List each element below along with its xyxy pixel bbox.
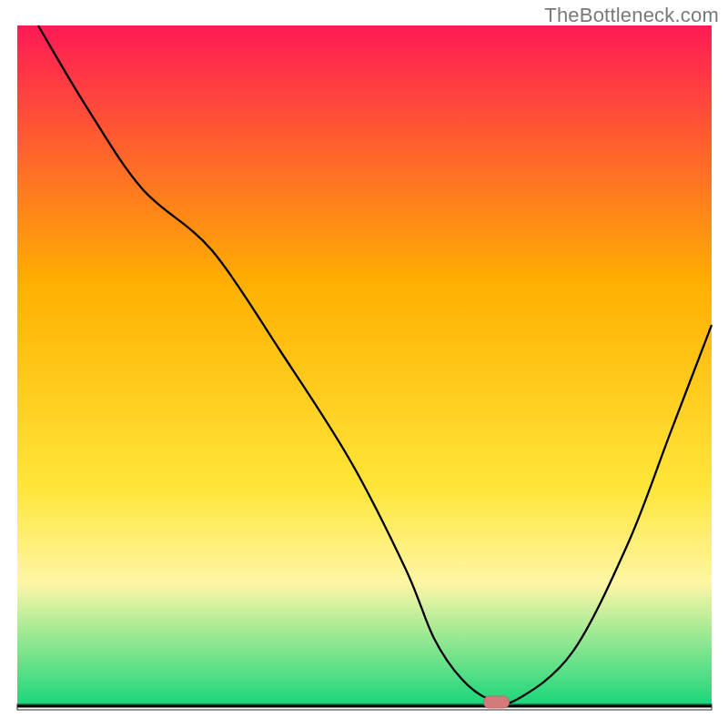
bottleneck-plot xyxy=(0,0,728,728)
plot-background xyxy=(17,25,712,706)
optimal-marker xyxy=(483,696,509,708)
chart-canvas: TheBottleneck.com xyxy=(0,0,728,728)
